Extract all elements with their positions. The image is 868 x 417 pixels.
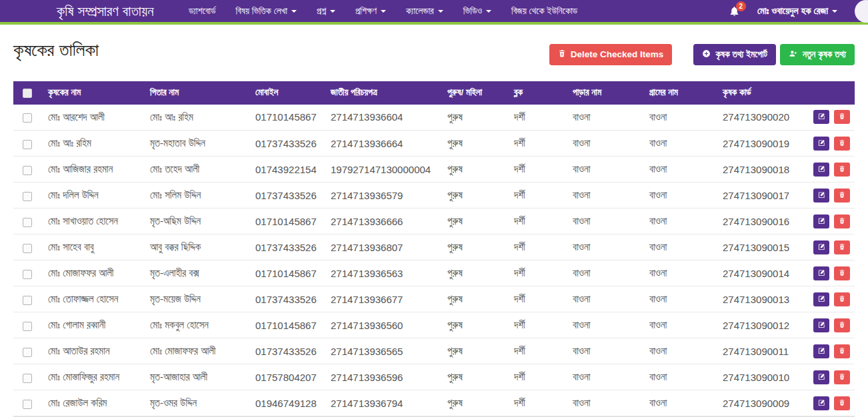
para-name-cell: বাওনা	[567, 364, 644, 390]
village-name-cell: বাওনা	[644, 390, 717, 416]
mobile-cell: 01737433526	[250, 338, 325, 364]
edit-pencil-icon	[818, 372, 825, 382]
row-checkbox[interactable]	[23, 296, 32, 305]
edit-row-button[interactable]	[813, 370, 829, 384]
edit-row-button[interactable]	[813, 292, 829, 306]
delete-row-button[interactable]	[834, 370, 850, 384]
brand-logo[interactable]: কৃষি সম্প্রসারণ বাতায়ন	[57, 3, 154, 19]
village-name-cell: বাওনা	[644, 364, 717, 390]
block-cell: দর্শী	[509, 338, 567, 364]
edit-row-button[interactable]	[813, 189, 829, 203]
farmer-name-cell: মোঃ সাখাওয়াত হোসেন	[43, 209, 145, 234]
nav-item[interactable]: ক্যালেন্ডার	[406, 5, 443, 17]
row-checkbox[interactable]	[23, 192, 32, 201]
nav-item[interactable]: বিষয় ভিত্তিক লেখা	[236, 5, 297, 17]
gender-cell: পুরুষ	[442, 234, 509, 260]
nav-menu: ড্যাশবোর্ডবিষয় ভিত্তিক লেখাপ্রশ্নপ্রশিক…	[189, 5, 577, 17]
trash-icon	[839, 268, 845, 278]
trash-icon	[839, 320, 845, 330]
farmer-name-cell: মোঃ আজিজার রহমান	[43, 157, 145, 183]
page-title: কৃষকের তালিকা	[13, 38, 99, 62]
farmer-name-cell: মোঃ তোফাজ্জল হোসেন	[43, 286, 145, 312]
row-checkbox[interactable]	[23, 270, 32, 279]
farmer-card-cell: 274713090017	[717, 183, 811, 209]
nav-item[interactable]: বিজয় থেকে ইউনিকোড	[511, 5, 577, 17]
farmer-card-cell: 274713090018	[717, 157, 811, 183]
row-checkbox[interactable]	[23, 140, 32, 149]
row-checkbox[interactable]	[23, 244, 32, 253]
mobile-cell: 01737433526	[250, 286, 325, 312]
edit-row-button[interactable]	[813, 163, 829, 177]
delete-row-button[interactable]	[834, 110, 850, 124]
delete-row-button[interactable]	[834, 163, 850, 177]
delete-row-button[interactable]	[834, 396, 850, 410]
row-checkbox[interactable]	[23, 322, 32, 331]
edit-row-button[interactable]	[813, 396, 829, 410]
edit-row-button[interactable]	[813, 266, 829, 280]
edit-row-button[interactable]	[813, 240, 829, 254]
column-header-card: কৃষক কার্ড	[717, 81, 811, 105]
edit-row-button[interactable]	[813, 344, 829, 358]
nav-item[interactable]: ভিডিও	[463, 5, 491, 17]
farmer-name-cell: মোঃ মোস্তাফিজুর রহমান	[43, 364, 145, 390]
column-header-actions	[811, 81, 855, 105]
edit-row-button[interactable]	[813, 137, 829, 151]
import-farmer-button[interactable]: কৃষক তথ্য ইমপোর্ট	[693, 44, 776, 65]
nid-cell: 2714713936563	[325, 260, 442, 286]
avatar[interactable]	[855, 0, 868, 23]
father-name-cell: মৃত-ওমর উদ্দিন	[145, 390, 250, 416]
edit-pencil-icon	[818, 268, 825, 278]
mobile-cell: 01757804207	[250, 364, 325, 390]
village-name-cell: বাওনা	[644, 234, 717, 260]
edit-row-button[interactable]	[813, 214, 829, 228]
nav-item[interactable]: প্রশ্ন	[317, 5, 335, 17]
delete-row-button[interactable]	[834, 344, 850, 358]
table-row: মোঃ মোস্তাফিজুর রহমান মৃত-আজাহার আলী 017…	[13, 364, 855, 390]
delete-row-button[interactable]	[834, 137, 850, 151]
delete-row-button[interactable]	[834, 318, 850, 332]
para-name-cell: বাওনা	[567, 105, 644, 131]
new-farmer-button[interactable]: নতুন কৃষক তথ্য	[780, 44, 855, 65]
block-cell: দর্শী	[509, 209, 567, 234]
table-row: মোঃ আতাউর রহমান মোঃ মোজাফফর আলী 01737433…	[13, 338, 855, 364]
delete-row-button[interactable]	[834, 189, 850, 203]
nav-item[interactable]: প্রশিক্ষণ	[355, 5, 386, 17]
column-header-father: পিতার নাম	[145, 81, 250, 105]
select-all-checkbox[interactable]	[23, 89, 32, 98]
block-cell: দর্শী	[509, 312, 567, 338]
table-row: মোঃ রেজাউল করিম মৃত-ওমর উদ্দিন 019467491…	[13, 390, 855, 416]
gender-cell: পুরুষ	[442, 209, 509, 234]
row-checkbox[interactable]	[23, 348, 32, 357]
row-checkbox[interactable]	[23, 113, 32, 123]
table-row: মোঃ আঃ রহিম মৃত-মহাতাব উদ্দিন 0173743352…	[13, 131, 855, 157]
delete-row-button[interactable]	[834, 214, 850, 228]
row-checkbox[interactable]	[23, 374, 32, 383]
village-name-cell: বাওনা	[644, 131, 717, 157]
nav-item[interactable]: ড্যাশবোর্ড	[189, 5, 216, 17]
farmer-name-cell: মোঃ আরশেদ আলী	[43, 105, 145, 131]
caret-down-icon	[486, 10, 491, 13]
trash-icon	[839, 191, 845, 201]
row-checkbox[interactable]	[23, 166, 32, 175]
delete-row-button[interactable]	[834, 240, 850, 254]
edit-row-button[interactable]	[813, 318, 829, 332]
mobile-cell: 01710145867	[250, 105, 325, 131]
edit-row-button[interactable]	[813, 110, 829, 124]
edit-pencil-icon	[818, 242, 825, 252]
trash-icon	[839, 346, 845, 356]
caret-down-icon	[832, 10, 837, 13]
row-checkbox[interactable]	[23, 218, 32, 227]
block-cell: দর্শী	[509, 364, 567, 390]
father-name-cell: মৃত-অছিম উদ্দিন	[145, 209, 250, 234]
row-checkbox[interactable]	[23, 400, 32, 409]
delete-checked-button[interactable]: Delete Checked Items	[549, 44, 673, 65]
father-name-cell: মৃত-এলাহীর বক্স	[145, 260, 250, 286]
navbar-right: 2 মোঃ ওবায়েদুল হক রেজা	[729, 0, 868, 23]
notifications-button[interactable]: 2	[729, 5, 740, 17]
gender-cell: পুরুষ	[442, 260, 509, 286]
edit-pencil-icon	[818, 294, 825, 304]
farmer-table: কৃষকের নাম পিতার নাম মোবাইল জাতীয় পরিচয…	[13, 81, 855, 417]
user-menu[interactable]: মোঃ ওবায়েদুল হক রেজা	[757, 5, 837, 17]
delete-row-button[interactable]	[834, 292, 850, 306]
delete-row-button[interactable]	[834, 266, 850, 280]
